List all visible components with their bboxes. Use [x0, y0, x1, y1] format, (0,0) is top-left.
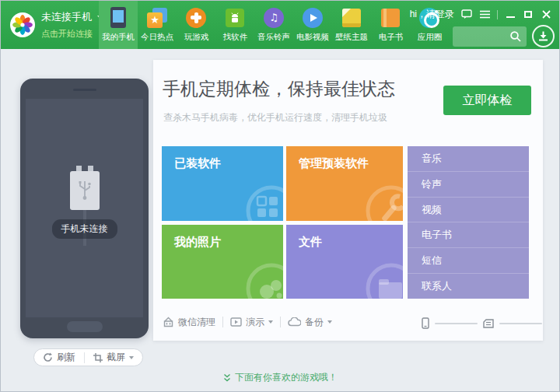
phone-storage-icon: [422, 317, 429, 329]
maximize-button[interactable]: [523, 9, 534, 20]
nav-tabs: 我的手机 ★ 今日热点 玩游戏 找软件 ♫ 音乐铃声: [99, 1, 449, 49]
sidebar-item-sms[interactable]: 短信: [408, 248, 529, 274]
games-hint-link[interactable]: 下面有你喜欢的游戏哦！: [222, 371, 338, 384]
chevron-down-icon: [327, 320, 332, 324]
close-button[interactable]: [541, 9, 551, 20]
hot-star-icon: ★: [147, 8, 167, 28]
sidebar-item-contacts[interactable]: 联系人: [408, 274, 529, 299]
photos-icon: [234, 251, 283, 299]
refresh-icon: [43, 352, 53, 362]
search-area: [453, 26, 527, 47]
phone-status-badge: 手机未连接: [52, 219, 117, 239]
screenshot-button[interactable]: 截屏: [85, 349, 142, 366]
tab-music-ringtones[interactable]: ♫ 音乐铃声: [254, 1, 293, 49]
demo-play-icon: [230, 317, 242, 327]
tab-today-hot[interactable]: ★ 今日热点: [138, 1, 177, 49]
panel-toolbar: 微信清理 演示 备份: [163, 313, 332, 331]
app-logo-icon[interactable]: [10, 12, 35, 37]
cloud-icon: [288, 317, 301, 327]
tab-ebooks[interactable]: 电子书: [371, 1, 410, 49]
crop-icon: [93, 353, 103, 362]
download-icon: [538, 31, 548, 41]
wallpaper-icon: [342, 9, 361, 27]
phone-storage-bar: [435, 323, 478, 324]
topbar: 未连接手机 点击开始连接 我的手机 ★ 今日热点 玩游戏: [1, 1, 559, 49]
window-controls: hi，请登录: [410, 8, 551, 21]
double-chevron-down-icon: [222, 373, 232, 383]
games-hint-row: 下面有你喜欢的游戏哦！: [1, 371, 559, 385]
app-window: 未连接手机 点击开始连接 我的手机 ★ 今日热点 玩游戏: [0, 0, 560, 392]
login-link[interactable]: hi，请登录: [410, 8, 454, 21]
tile-my-photos[interactable]: 我的照片: [162, 225, 283, 299]
music-note-icon: ♫: [264, 8, 284, 28]
divider: [222, 317, 223, 327]
phone-speaker: [73, 89, 96, 91]
wrench-icon: [354, 173, 403, 221]
tab-wallpaper-themes[interactable]: 壁纸主题: [332, 1, 371, 49]
download-manager-button[interactable]: [532, 25, 555, 47]
phone-illustration: 手机未连接: [20, 79, 149, 338]
feedback-chat-icon[interactable]: [461, 9, 472, 20]
play-circle-icon: [303, 8, 323, 28]
phone-actions: 刷新 截屏: [33, 348, 143, 366]
wechat-clean-button[interactable]: 微信清理: [163, 316, 215, 329]
tab-software[interactable]: 找软件: [215, 1, 254, 49]
search-icon[interactable]: [509, 30, 522, 46]
divider: [280, 317, 281, 327]
tab-movies-video[interactable]: 电影视频: [293, 1, 332, 49]
sidebar-item-videos[interactable]: 视频: [408, 198, 529, 223]
tab-games[interactable]: 玩游戏: [177, 1, 215, 49]
feature-tiles: 已装软件 管理预装软件: [162, 146, 403, 299]
demo-button[interactable]: 演示: [230, 316, 273, 329]
storage-indicators: [422, 317, 542, 329]
tab-my-phone[interactable]: 我的手机: [99, 1, 138, 49]
content-side-list: 音乐 铃声 视频 电子书 短信 联系人: [408, 146, 529, 299]
sidebar-item-ebooks[interactable]: 电子书: [408, 222, 529, 248]
main-panel: 手机定期体检，保持最佳状态 查杀木马手机病毒，优化手机运行速度，清理手机垃圾 立…: [153, 60, 543, 341]
page-subtitle: 查杀木马手机病毒，优化手机运行速度，清理手机垃圾: [163, 111, 387, 124]
android-icon: [226, 9, 244, 27]
connection-area: 未连接手机 点击开始连接: [41, 10, 103, 40]
refresh-button[interactable]: 刷新: [34, 349, 84, 366]
connection-status-text: 未连接手机: [41, 10, 92, 24]
main-menu-icon[interactable]: [479, 9, 490, 20]
tile-installed-software[interactable]: 已装软件: [162, 146, 283, 221]
connection-status-dropdown[interactable]: 未连接手机: [41, 10, 103, 24]
tile-files[interactable]: 文件: [286, 225, 403, 299]
broom-icon: [163, 317, 174, 327]
chevron-down-icon: [268, 320, 273, 324]
sdcard-storage-icon: [483, 319, 494, 328]
checkup-now-button[interactable]: 立即体检: [443, 86, 531, 115]
sdcard-storage-bar: [499, 323, 542, 324]
sidebar-item-music[interactable]: 音乐: [408, 146, 529, 172]
backup-button[interactable]: 备份: [288, 316, 332, 329]
tile-preinstalled-software[interactable]: 管理预装软件: [286, 146, 403, 221]
phone-home-button: [67, 321, 103, 332]
page-title: 手机定期体检，保持最佳状态: [163, 77, 395, 101]
sidebar-item-ringtones[interactable]: 铃声: [408, 172, 529, 198]
divider: [497, 10, 498, 19]
ebook-icon: [381, 9, 400, 27]
connection-hint[interactable]: 点击开始连接: [41, 28, 103, 40]
chevron-down-icon: [129, 356, 134, 359]
gamepad-icon: [186, 8, 206, 28]
my-phone-icon: [110, 7, 126, 28]
minimize-button[interactable]: [505, 9, 516, 20]
folder-icon: [354, 251, 403, 299]
apps-grid-icon: [234, 173, 283, 221]
